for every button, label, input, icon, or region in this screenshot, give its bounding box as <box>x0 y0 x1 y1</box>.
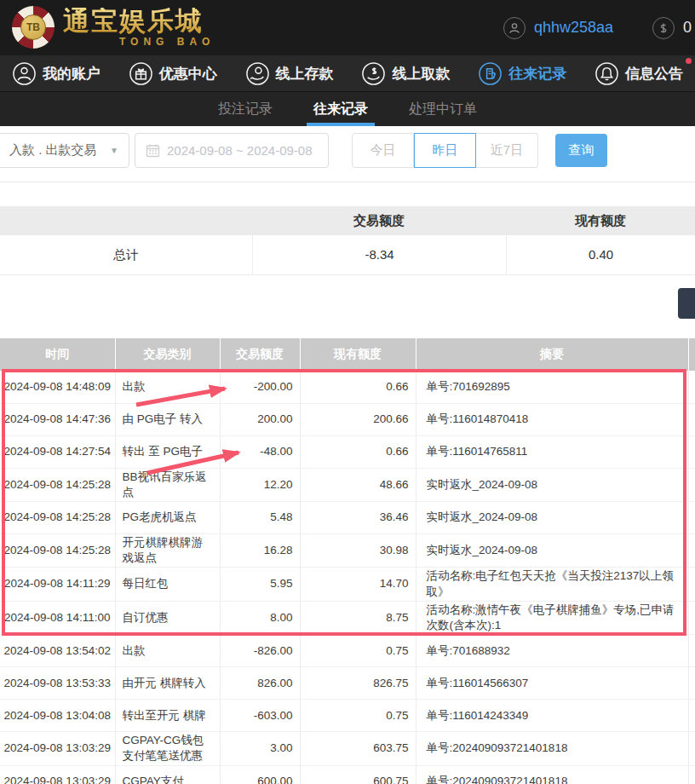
nav-item-my-account[interactable]: 我的账户 <box>12 61 101 86</box>
cell-amount: -48.00 <box>220 435 300 468</box>
site-logo[interactable]: TB 通宝娱乐城 TONG BAO <box>12 6 215 49</box>
balance-value: 0 <box>683 19 695 37</box>
table-row: 2024-09-08 14:25:28PG老虎机返点5.4836.46实时返水_… <box>0 501 695 533</box>
floating-side-tab[interactable] <box>678 288 695 319</box>
cell-type: 自订优惠 <box>115 601 220 634</box>
site-title: 通宝娱乐城 <box>63 8 215 34</box>
cell-type: BB视讯百家乐返点 <box>115 468 220 501</box>
top-bar: TB 通宝娱乐城 TONG BAO qhhw258aa 0 <box>0 0 695 55</box>
cell-type: 每日红包 <box>115 568 220 601</box>
nav-item-promotions[interactable]: 优惠中心 <box>129 61 217 86</box>
total-label: 总计 <box>0 247 252 263</box>
scrollbar-gutter <box>688 667 695 700</box>
cell-summary: 单号:202409093721401818 <box>416 732 688 765</box>
cell-time: 2024-09-08 13:03:29 <box>0 765 115 784</box>
cell-type: 转出至开元 棋牌 <box>115 700 220 732</box>
cell-time: 2024-09-08 13:03:29 <box>0 732 115 765</box>
cell-amount: 600.00 <box>220 765 300 784</box>
table-row: 2024-09-08 13:03:29CGPAY支付600.00600.75单号… <box>0 765 695 784</box>
cell-balance: 36.46 <box>300 501 416 533</box>
scrollbar-gutter <box>688 501 695 533</box>
user-icon <box>503 17 526 39</box>
main-nav: 我的账户 优惠中心 线上存款 线上取款 往来记录 <box>0 55 695 91</box>
cell-balance: 14.70 <box>300 568 416 601</box>
table-row: 2024-09-08 14:11:00自订优惠8.008.75活动名称:激情午夜… <box>0 601 695 634</box>
cell-time: 2024-09-08 14:25:28 <box>0 468 115 501</box>
yesterday-button[interactable]: 昨日 <box>414 133 476 168</box>
scrollbar-gutter <box>688 568 695 601</box>
cell-type: 出款 <box>115 371 220 403</box>
wallet-dollar-icon <box>652 17 675 39</box>
transactions-body: 2024-09-08 14:48:09出款-200.000.66单号:70169… <box>0 371 695 784</box>
summary-header-current: 现有额度 <box>506 213 695 229</box>
total-current-amount: 0.40 <box>506 235 695 274</box>
cell-time: 2024-09-08 13:54:02 <box>0 635 115 667</box>
cell-type: 由开元 棋牌转入 <box>115 667 220 700</box>
scrollbar-gutter <box>688 601 695 634</box>
calendar-icon <box>146 143 160 158</box>
scrollbar-gutter <box>688 765 695 784</box>
cell-amount: 5.48 <box>220 501 300 533</box>
cell-time: 2024-09-08 14:11:00 <box>0 601 115 634</box>
summary-header-transaction: 交易额度 <box>252 213 506 229</box>
cell-balance: 603.75 <box>300 732 416 765</box>
cell-summary: 单号:701692895 <box>416 371 688 403</box>
cell-balance: 0.66 <box>300 371 416 403</box>
cell-amount: 3.00 <box>220 732 300 765</box>
records-icon <box>478 61 503 86</box>
cell-time: 2024-09-08 14:11:29 <box>0 568 115 601</box>
page: TB 通宝娱乐城 TONG BAO qhhw258aa 0 <box>0 0 695 784</box>
col-gutter <box>688 338 695 371</box>
cell-amount: -200.00 <box>220 371 300 403</box>
table-row: 2024-09-08 13:54:02出款-826.000.75单号:70168… <box>0 635 695 667</box>
today-button[interactable]: 今日 <box>352 133 414 168</box>
cell-summary: 实时返水_2024-09-08 <box>416 533 688 567</box>
table-row: 2024-09-08 13:53:33由开元 棋牌转入826.00826.75单… <box>0 667 695 700</box>
account-icon <box>12 61 37 86</box>
withdraw-icon <box>361 61 386 86</box>
nav-item-deposit[interactable]: 线上存款 <box>245 61 334 86</box>
table-row: 2024-09-08 14:25:28BB视讯百家乐返点12.2048.66实时… <box>0 468 695 501</box>
site-subtitle: TONG BAO <box>63 36 215 48</box>
scrollbar-gutter <box>688 435 695 468</box>
col-time: 时间 <box>0 338 115 371</box>
nav-item-withdraw[interactable]: 线上取款 <box>361 61 450 86</box>
col-summary: 摘要 <box>416 338 688 371</box>
cell-summary: 单号:116014566307 <box>416 667 688 700</box>
username[interactable]: qhhw258aa <box>534 19 613 37</box>
nav-item-announcements[interactable]: 信息公告 <box>594 61 683 86</box>
cell-balance: 0.66 <box>300 435 416 468</box>
table-row: 2024-09-08 13:03:29CGPAY-CG钱包支付笔笔送优惠3.00… <box>0 732 695 765</box>
transactions-table: 时间 交易类别 交易额度 现有额度 摘要 2024-09-08 14:48:09… <box>0 338 695 784</box>
cell-time: 2024-09-08 14:47:36 <box>0 403 115 435</box>
cell-amount: 16.28 <box>220 533 300 567</box>
cell-time: 2024-09-08 14:27:54 <box>0 435 115 468</box>
scrollbar-gutter <box>688 468 695 501</box>
cell-summary: 单号:116014765811 <box>416 435 688 468</box>
cell-summary: 单号:701688932 <box>416 635 688 667</box>
col-type: 交易类别 <box>115 338 220 371</box>
tab-betting-records[interactable]: 投注记录 <box>216 92 274 126</box>
cell-amount: 826.00 <box>220 667 300 700</box>
scrollbar-gutter <box>688 732 695 765</box>
user-area: qhhw258aa 0 <box>503 0 695 55</box>
total-transaction-amount: -8.34 <box>252 235 506 274</box>
poker-chip-icon: TB <box>12 6 55 49</box>
col-amount: 交易额度 <box>220 338 300 371</box>
cell-amount: 12.20 <box>220 468 300 501</box>
tab-processing-orders[interactable]: 处理中订单 <box>407 92 479 126</box>
cell-type: CGPAY-CG钱包支付笔笔送优惠 <box>115 732 220 765</box>
summary-panel: 交易额度 现有额度 总计 -8.34 0.40 <box>0 182 695 275</box>
cell-type: 由 PG电子 转入 <box>115 403 220 435</box>
cell-amount: 5.95 <box>220 568 300 601</box>
date-range-input[interactable]: 2024-09-08 ~ 2024-09-08 <box>135 133 329 168</box>
tab-transaction-records[interactable]: 往来记录 <box>312 92 370 126</box>
last7days-button[interactable]: 近7日 <box>476 133 538 168</box>
nav-item-records[interactable]: 往来记录 <box>478 61 566 86</box>
table-row: 2024-09-08 14:25:28开元棋牌棋牌游戏返点16.2830.98实… <box>0 533 695 567</box>
cell-summary: 实时返水_2024-09-08 <box>416 501 688 533</box>
transaction-type-select[interactable]: 入款 . 出款交易 ▼ <box>0 133 129 168</box>
cell-balance: 8.75 <box>300 601 416 634</box>
query-button[interactable]: 查询 <box>555 134 607 167</box>
cell-balance: 200.66 <box>300 403 416 435</box>
